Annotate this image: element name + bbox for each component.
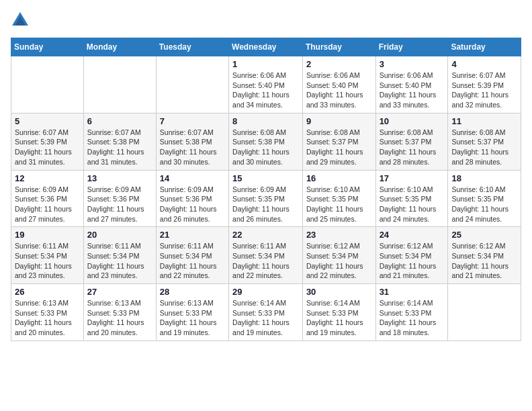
logo-icon — [11, 11, 30, 30]
calendar-cell — [156, 56, 228, 113]
calendar-table: SundayMondayTuesdayWednesdayThursdayFrid… — [11, 38, 521, 341]
day-number: 5 — [15, 116, 80, 126]
day-info: Sunrise: 6:08 AMSunset: 5:37 PMDaylight:… — [306, 128, 372, 167]
day-info: Sunrise: 6:07 AMSunset: 5:39 PMDaylight:… — [451, 71, 517, 110]
day-number: 21 — [160, 230, 225, 240]
calendar-cell: 26Sunrise: 6:13 AMSunset: 5:33 PMDayligh… — [11, 284, 84, 341]
calendar-cell: 29Sunrise: 6:14 AMSunset: 5:33 PMDayligh… — [229, 284, 303, 341]
day-info: Sunrise: 6:06 AMSunset: 5:40 PMDaylight:… — [232, 71, 299, 110]
day-header-thursday: Thursday — [302, 38, 375, 56]
day-number: 11 — [451, 116, 517, 126]
calendar-week-2: 5Sunrise: 6:07 AMSunset: 5:39 PMDaylight… — [11, 113, 521, 170]
calendar-cell: 4Sunrise: 6:07 AMSunset: 5:39 PMDaylight… — [448, 56, 521, 113]
day-header-tuesday: Tuesday — [156, 38, 228, 56]
calendar-cell: 5Sunrise: 6:07 AMSunset: 5:39 PMDaylight… — [11, 113, 84, 170]
calendar-week-3: 12Sunrise: 6:09 AMSunset: 5:36 PMDayligh… — [11, 170, 521, 227]
day-number: 29 — [232, 287, 299, 297]
day-number: 7 — [160, 116, 225, 126]
day-number: 19 — [15, 230, 80, 240]
day-info: Sunrise: 6:14 AMSunset: 5:33 PMDaylight:… — [232, 298, 299, 338]
calendar-cell: 31Sunrise: 6:14 AMSunset: 5:33 PMDayligh… — [375, 284, 448, 341]
day-number: 12 — [15, 173, 80, 183]
day-number: 1 — [232, 59, 299, 69]
day-info: Sunrise: 6:12 AMSunset: 5:34 PMDaylight:… — [380, 241, 445, 281]
day-info: Sunrise: 6:14 AMSunset: 5:33 PMDaylight:… — [306, 298, 372, 338]
calendar-cell: 18Sunrise: 6:10 AMSunset: 5:35 PMDayligh… — [448, 170, 521, 227]
calendar-cell: 24Sunrise: 6:12 AMSunset: 5:34 PMDayligh… — [375, 227, 448, 284]
day-number: 18 — [451, 173, 517, 183]
day-number: 24 — [380, 230, 445, 240]
day-number: 31 — [380, 287, 445, 297]
calendar-cell: 28Sunrise: 6:13 AMSunset: 5:33 PMDayligh… — [156, 284, 228, 341]
day-number: 20 — [87, 230, 152, 240]
day-info: Sunrise: 6:11 AMSunset: 5:34 PMDaylight:… — [232, 241, 299, 281]
calendar-cell: 19Sunrise: 6:11 AMSunset: 5:34 PMDayligh… — [11, 227, 84, 284]
day-number: 14 — [160, 173, 225, 183]
day-header-saturday: Saturday — [448, 38, 521, 56]
day-number: 2 — [306, 59, 372, 69]
day-number: 26 — [15, 287, 80, 297]
calendar-cell: 25Sunrise: 6:12 AMSunset: 5:34 PMDayligh… — [448, 227, 521, 284]
page-header — [11, 11, 521, 30]
calendar-cell: 30Sunrise: 6:14 AMSunset: 5:33 PMDayligh… — [302, 284, 375, 341]
calendar-cell: 14Sunrise: 6:09 AMSunset: 5:36 PMDayligh… — [156, 170, 228, 227]
day-info: Sunrise: 6:07 AMSunset: 5:38 PMDaylight:… — [87, 128, 152, 167]
day-header-sunday: Sunday — [11, 38, 84, 56]
day-number: 15 — [232, 173, 299, 183]
day-number: 27 — [87, 287, 152, 297]
day-info: Sunrise: 6:12 AMSunset: 5:34 PMDaylight:… — [451, 241, 517, 281]
day-info: Sunrise: 6:08 AMSunset: 5:37 PMDaylight:… — [451, 128, 517, 167]
calendar-cell: 8Sunrise: 6:08 AMSunset: 5:38 PMDaylight… — [229, 113, 303, 170]
day-info: Sunrise: 6:11 AMSunset: 5:34 PMDaylight:… — [160, 241, 225, 281]
day-number: 8 — [232, 116, 299, 126]
calendar-cell: 2Sunrise: 6:06 AMSunset: 5:40 PMDaylight… — [302, 56, 375, 113]
day-header-friday: Friday — [375, 38, 448, 56]
calendar-cell: 1Sunrise: 6:06 AMSunset: 5:40 PMDaylight… — [229, 56, 303, 113]
day-info: Sunrise: 6:09 AMSunset: 5:36 PMDaylight:… — [160, 185, 225, 224]
calendar-cell: 15Sunrise: 6:09 AMSunset: 5:35 PMDayligh… — [229, 170, 303, 227]
calendar-cell: 11Sunrise: 6:08 AMSunset: 5:37 PMDayligh… — [448, 113, 521, 170]
day-info: Sunrise: 6:13 AMSunset: 5:33 PMDaylight:… — [160, 298, 225, 338]
day-info: Sunrise: 6:09 AMSunset: 5:36 PMDaylight:… — [87, 185, 152, 224]
day-number: 25 — [451, 230, 517, 240]
calendar-week-4: 19Sunrise: 6:11 AMSunset: 5:34 PMDayligh… — [11, 227, 521, 284]
day-info: Sunrise: 6:11 AMSunset: 5:34 PMDaylight:… — [87, 241, 152, 281]
day-info: Sunrise: 6:09 AMSunset: 5:36 PMDaylight:… — [15, 185, 80, 224]
day-number: 17 — [380, 173, 445, 183]
calendar-cell: 3Sunrise: 6:06 AMSunset: 5:40 PMDaylight… — [375, 56, 448, 113]
day-info: Sunrise: 6:10 AMSunset: 5:35 PMDaylight:… — [451, 185, 517, 224]
day-info: Sunrise: 6:07 AMSunset: 5:38 PMDaylight:… — [160, 128, 225, 167]
calendar-cell: 21Sunrise: 6:11 AMSunset: 5:34 PMDayligh… — [156, 227, 228, 284]
calendar-cell — [11, 56, 84, 113]
day-info: Sunrise: 6:09 AMSunset: 5:35 PMDaylight:… — [232, 185, 299, 224]
day-number: 16 — [306, 173, 372, 183]
calendar-cell: 16Sunrise: 6:10 AMSunset: 5:35 PMDayligh… — [302, 170, 375, 227]
day-number: 22 — [232, 230, 299, 240]
day-info: Sunrise: 6:08 AMSunset: 5:37 PMDaylight:… — [380, 128, 445, 167]
calendar-cell: 23Sunrise: 6:12 AMSunset: 5:34 PMDayligh… — [302, 227, 375, 284]
calendar-cell — [448, 284, 521, 341]
calendar-cell: 10Sunrise: 6:08 AMSunset: 5:37 PMDayligh… — [375, 113, 448, 170]
calendar-week-1: 1Sunrise: 6:06 AMSunset: 5:40 PMDaylight… — [11, 56, 521, 113]
day-info: Sunrise: 6:13 AMSunset: 5:33 PMDaylight:… — [15, 298, 80, 338]
day-number: 10 — [380, 116, 445, 126]
calendar-header-row: SundayMondayTuesdayWednesdayThursdayFrid… — [11, 38, 521, 56]
calendar-cell: 13Sunrise: 6:09 AMSunset: 5:36 PMDayligh… — [83, 170, 156, 227]
logo — [11, 11, 32, 30]
calendar-week-5: 26Sunrise: 6:13 AMSunset: 5:33 PMDayligh… — [11, 284, 521, 341]
day-header-wednesday: Wednesday — [229, 38, 303, 56]
calendar-cell: 27Sunrise: 6:13 AMSunset: 5:33 PMDayligh… — [83, 284, 156, 341]
calendar-cell: 22Sunrise: 6:11 AMSunset: 5:34 PMDayligh… — [229, 227, 303, 284]
day-number: 13 — [87, 173, 152, 183]
day-info: Sunrise: 6:13 AMSunset: 5:33 PMDaylight:… — [87, 298, 152, 338]
day-number: 4 — [451, 59, 517, 69]
calendar-cell: 9Sunrise: 6:08 AMSunset: 5:37 PMDaylight… — [302, 113, 375, 170]
calendar-cell: 6Sunrise: 6:07 AMSunset: 5:38 PMDaylight… — [83, 113, 156, 170]
day-info: Sunrise: 6:14 AMSunset: 5:33 PMDaylight:… — [380, 298, 445, 338]
day-number: 23 — [306, 230, 372, 240]
day-number: 9 — [306, 116, 372, 126]
day-info: Sunrise: 6:08 AMSunset: 5:38 PMDaylight:… — [232, 128, 299, 167]
calendar-cell — [83, 56, 156, 113]
calendar-cell: 17Sunrise: 6:10 AMSunset: 5:35 PMDayligh… — [375, 170, 448, 227]
day-number: 28 — [160, 287, 225, 297]
